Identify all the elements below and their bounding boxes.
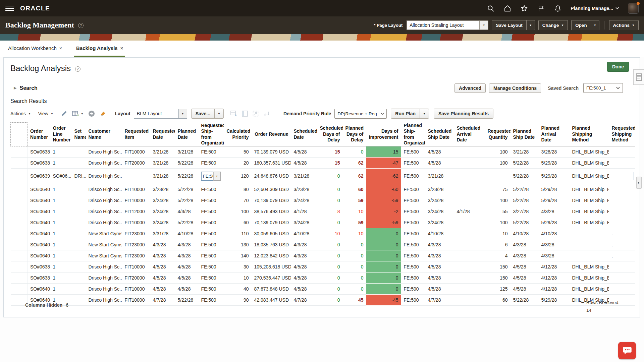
cell-sched_delay[interactable]: 0 <box>317 283 343 294</box>
cell-requested_date[interactable]: 3/23/28 <box>150 184 175 195</box>
cell-set_name[interactable] <box>72 283 86 294</box>
column-header-customer[interactable]: Customer Name <box>86 123 122 146</box>
cell-req_ship_org[interactable]: FE:500 <box>199 250 224 261</box>
cell-scheduled_date[interactable]: 4/5/28 <box>291 146 317 157</box>
cell-order_line[interactable]: 1 <box>50 146 72 157</box>
cell-req_ship_method[interactable] <box>609 283 635 294</box>
cell-calc_priority[interactable]: 60 <box>224 217 252 228</box>
cell-order_revenue[interactable]: 18,035.763 USD <box>252 239 291 250</box>
cell-plan_ship_org[interactable]: FE:500 <box>401 283 425 294</box>
cell-plan_arrival_date[interactable]: 4/3/28 <box>539 250 570 261</box>
cell-order_revenue[interactable]: 30,059.605 USD <box>252 228 291 239</box>
cell-plan_arrival_date[interactable]: 4/12/28 <box>539 261 570 272</box>
cell-req_ship_org[interactable]: FE:500 <box>199 272 224 283</box>
cell-plan_ship_date[interactable]: 5/22/28 <box>511 195 539 206</box>
cell-customer[interactable]: Drisco High Sc... <box>86 206 122 217</box>
chat-widget-button[interactable] <box>618 342 636 359</box>
cell-sched_ship_date[interactable]: 4/3/28 <box>425 250 454 261</box>
cell-order_line[interactable]: 1 <box>50 228 72 239</box>
cell-improvement[interactable]: 0 <box>366 250 401 261</box>
cell-sched_delay[interactable]: 10 <box>317 228 343 239</box>
cell-plan_ship_method[interactable]: DHL_BLM Ship_BLI <box>570 206 609 217</box>
cell-plan_ship_method[interactable] <box>570 228 609 239</box>
cell-calc_priority[interactable]: 30 <box>224 261 252 272</box>
column-header-req_ship_org[interactable]: Requested Ship-from Organization <box>199 123 224 146</box>
cell-plan_arrival_date[interactable]: 5/29/28 <box>539 168 570 184</box>
cell-planned_date[interactable]: 5/22/28 <box>175 184 199 195</box>
cell-requested_item[interactable]: FIT20000 <box>122 157 150 168</box>
cell-planned_delay[interactable]: 59 <box>343 195 366 206</box>
cell-requested_item[interactable]: FIT10000 <box>122 217 150 228</box>
cell-requested_item[interactable]: FIT10000 <box>122 261 150 272</box>
cell-planned_date[interactable]: 5/22/28 <box>175 168 199 184</box>
actions-button-label[interactable]: Actions▼ <box>609 20 638 30</box>
cell-order_number[interactable]: SO#06385 <box>28 146 50 157</box>
cell-set_name[interactable] <box>72 228 86 239</box>
cell-plan_arrival_date[interactable]: 4/3/28 <box>539 239 570 250</box>
cell-sched_ship_date[interactable]: 3/23/28 <box>425 184 454 195</box>
cell-plan_ship_org[interactable]: FE:500 <box>401 184 425 195</box>
cell-plan_ship_method[interactable]: DHL_BLM Ship_BLI <box>570 272 609 283</box>
cell-req_ship_method[interactable] <box>609 195 635 206</box>
notifications-icon[interactable] <box>554 4 562 12</box>
cell-sched_arrival_date[interactable] <box>454 217 485 228</box>
save-layout-label[interactable]: Save Layout <box>492 20 526 30</box>
cell-plan_ship_date[interactable]: 5/22/28 <box>511 168 539 184</box>
run-plan-button[interactable]: Run Plan ▼ <box>391 109 429 119</box>
cell-req_ship_org[interactable]: FE:500 <box>199 261 224 272</box>
cell-scheduled_date[interactable]: 4/3/28 <box>291 250 317 261</box>
cell-req_ship_org[interactable]: FE:500 <box>199 239 224 250</box>
cell-plan_ship_method[interactable]: DHL_BLM Ship_BLI <box>570 168 609 184</box>
cell-planned_delay[interactable]: 0 <box>343 261 366 272</box>
cell-plan_arrival_date[interactable]: 3/28/28 <box>539 146 570 157</box>
cell-req_ship_method[interactable]: . <box>609 239 635 250</box>
cell-req_qty[interactable]: 100 <box>485 195 511 206</box>
cell-gutter[interactable] <box>11 146 28 157</box>
column-header-planned_delay[interactable]: Planned Days of Delay <box>343 123 366 146</box>
cell-order_number[interactable]: SO#06407 <box>28 228 50 239</box>
page-layout-combobox[interactable]: Allocation Stealing Layout ▼ <box>407 20 488 30</box>
cell-scheduled_date[interactable]: 3/24/28 <box>291 195 317 206</box>
cell-planned_date[interactable]: 5/22/28 <box>175 157 199 168</box>
cell-gutter[interactable] <box>11 206 28 217</box>
grid-actions-menu[interactable]: Actions▼ <box>10 111 31 116</box>
cell-order_line[interactable]: 1 <box>50 184 72 195</box>
cell-order_number[interactable]: SO#06402 <box>28 283 50 294</box>
table-row[interactable]: SO#064071New Start GymsFIT230003/31/284/… <box>11 228 635 239</box>
cell-set_name[interactable] <box>72 217 86 228</box>
cell-plan_arrival_date[interactable]: 5/29/28 <box>539 157 570 168</box>
table-row[interactable]: SO#064031Drisco High Sc...FIT100003/24/2… <box>11 195 635 206</box>
cell-gutter[interactable] <box>11 157 28 168</box>
cell-plan_ship_date[interactable]: 4/3/28 <box>511 250 539 261</box>
cell-gutter[interactable] <box>11 250 28 261</box>
cell-plan_ship_org[interactable]: FE:500 <box>401 272 425 283</box>
cell-plan_ship_method[interactable]: DHL_BLM Ship_BLI <box>570 283 609 294</box>
cell-req_ship_org[interactable]: FE:500 <box>199 228 224 239</box>
cell-sched_delay[interactable]: 0 <box>317 217 343 228</box>
cell-gutter[interactable] <box>11 168 28 184</box>
change-button[interactable]: Change▼ <box>538 20 568 30</box>
cell-order_number[interactable]: SO#06401 <box>28 184 50 195</box>
cell-planned_delay[interactable]: 0 <box>343 283 366 294</box>
demand-priority-rule-select[interactable]: DP(Revenue + Req Date) <box>334 109 387 119</box>
cell-improvement[interactable]: -59 <box>366 217 401 228</box>
go-icon[interactable] <box>88 110 95 117</box>
cell-planned_date[interactable]: 4/3/28 <box>175 206 199 217</box>
table-row[interactable]: SO#063861Drisco High Sc...FIT100004/5/28… <box>11 261 635 272</box>
column-header-improvement[interactable]: Days of Improvement <box>366 123 401 146</box>
cell-plan_ship_org[interactable]: FE:500 <box>401 168 425 184</box>
cell-calc_priority[interactable]: 40 <box>224 283 252 294</box>
cell-order_line[interactable]: 1 <box>50 217 72 228</box>
cell-order_revenue[interactable]: 105,208.618 USD <box>252 261 291 272</box>
cell-requested_date[interactable]: 4/5/28 <box>150 272 175 283</box>
cell-plan_ship_method[interactable]: DHL_BLM Ship_BLI <box>570 261 609 272</box>
cell-req_ship_method[interactable] <box>609 272 635 283</box>
cell-calc_priority[interactable]: 110 <box>224 228 252 239</box>
cell-req_ship_org[interactable]: FE:50▼ <box>199 168 224 184</box>
table-row[interactable]: SO#063851Drisco High Sc...FIT100003/21/2… <box>11 146 635 157</box>
cell-req_ship_method[interactable] <box>609 168 635 184</box>
cell-customer[interactable]: New Start Gyms <box>86 250 122 261</box>
cell-customer[interactable]: Drisco High Sc... <box>86 195 122 206</box>
cell-customer[interactable]: Drisco High Sc... <box>86 184 122 195</box>
cell-req_ship_method[interactable]: . <box>609 250 635 261</box>
